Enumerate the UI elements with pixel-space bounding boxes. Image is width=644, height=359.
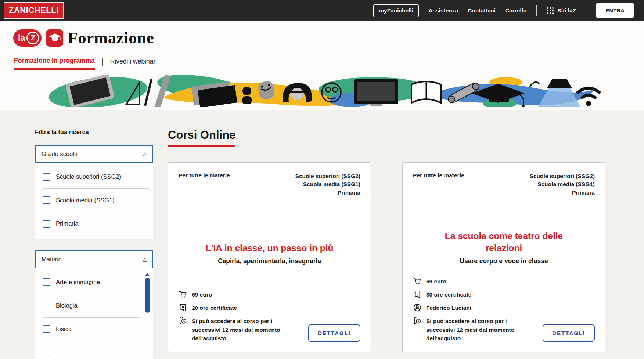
option-label: Biologia bbox=[56, 302, 78, 309]
price-row: 69 euro bbox=[413, 277, 595, 286]
option-label: Arte e immagine bbox=[56, 279, 100, 286]
nav-carrello[interactable]: Carrello bbox=[505, 7, 527, 14]
hours-row: 20 ore certificate bbox=[179, 304, 360, 312]
pencil-illustration bbox=[145, 79, 151, 106]
course-title[interactable]: La scuola come teatro delle relazioni bbox=[435, 230, 573, 254]
option-fisica[interactable]: Fisica bbox=[35, 318, 143, 341]
option-partial[interactable] bbox=[35, 341, 143, 359]
open-book-illustration bbox=[411, 81, 441, 103]
certificate-icon bbox=[179, 303, 187, 312]
main-panel: Corsi Online Per tutte le materie Scuole… bbox=[168, 128, 605, 357]
top-nav: myZanichelli Assistenza Contattaci Carre… bbox=[373, 3, 634, 18]
login-button[interactable]: ENTRA bbox=[596, 3, 634, 18]
filter-group-materie: Materie △ Arte e immagine Biologia Fisic… bbox=[35, 250, 153, 359]
instructor-value: Federico Luciani bbox=[426, 304, 471, 312]
nav-divider bbox=[586, 5, 586, 16]
content-area: Filtra la tua ricerca Grado scuola △ Scu… bbox=[0, 110, 644, 357]
decorative-banner-illustration bbox=[41, 72, 603, 107]
filter-group-grado-scuola: Grado scuola △ Scuole superiori (SSG2) S… bbox=[35, 145, 153, 239]
checkbox-scuole-superiori[interactable] bbox=[43, 173, 50, 181]
card-category: Per tutte le materie bbox=[413, 172, 464, 197]
siti-laz-label: Siti laZ bbox=[558, 7, 576, 14]
checkbox-scuola-media[interactable] bbox=[43, 196, 50, 204]
checkbox-primaria[interactable] bbox=[43, 220, 50, 228]
price-row: 69 euro bbox=[179, 290, 360, 299]
card-levels: Scuole superiori (SSG2) Scuola media (SS… bbox=[295, 172, 360, 197]
cart-icon bbox=[179, 290, 187, 299]
course-cards: Per tutte le materie Scuole superiori (S… bbox=[168, 162, 605, 352]
course-title[interactable]: L'IA in classe, un passo in più bbox=[179, 242, 360, 254]
option-label: Scuole superiori (SSG2) bbox=[56, 173, 121, 180]
card-category: Per tutte le materie bbox=[179, 172, 230, 197]
price-value: 69 euro bbox=[192, 290, 212, 299]
access-value: Si può accedere al corso per i successiv… bbox=[426, 317, 525, 342]
laz-z-badge: Z bbox=[26, 32, 39, 44]
scrollbar-up-arrow-icon[interactable] bbox=[145, 273, 150, 276]
laz-la-text: la bbox=[18, 33, 25, 43]
price-value: 69 euro bbox=[426, 277, 446, 286]
checkbox-biologia[interactable] bbox=[43, 302, 50, 309]
graduation-cap-icon bbox=[46, 29, 63, 47]
filters-sidebar: Filtra la tua ricerca Grado scuola △ Scu… bbox=[35, 128, 153, 357]
card-header: Per tutte le materie Scuole superiori (S… bbox=[179, 172, 360, 197]
materie-options: Arte e immagine Biologia Fisica bbox=[35, 268, 153, 359]
option-primaria[interactable]: Primaria bbox=[35, 212, 153, 235]
nav-assistenza[interactable]: Assistenza bbox=[428, 7, 458, 14]
course-card-ia-in-classe: Per tutte le materie Scuole superiori (S… bbox=[168, 162, 371, 352]
tabs: Formazione in programma Rivedi i webinar bbox=[14, 57, 644, 70]
laz-pill-logo: la Z bbox=[13, 29, 42, 47]
calendar-clock-icon bbox=[179, 316, 187, 325]
option-biologia[interactable]: Biologia bbox=[35, 294, 143, 317]
option-label: Fisica bbox=[56, 326, 72, 333]
card-level: Scuola media (SSG1) bbox=[295, 180, 360, 188]
card-level: Scuole superiori (SSG2) bbox=[530, 172, 595, 180]
person-icon bbox=[413, 303, 422, 312]
nav-divider bbox=[536, 5, 537, 16]
brand-logo[interactable]: la Z Formazione bbox=[13, 28, 644, 47]
option-label: Primaria bbox=[56, 220, 78, 227]
card-title-block: L'IA in classe, un passo in più Capirla,… bbox=[179, 207, 360, 265]
nav-contattaci[interactable]: Contattaci bbox=[468, 7, 496, 14]
details-button[interactable]: DETTAGLI bbox=[308, 324, 360, 342]
materie-header[interactable]: Materie △ bbox=[35, 250, 153, 268]
cart-icon bbox=[413, 277, 422, 286]
card-level: Scuole superiori (SSG2) bbox=[295, 172, 360, 180]
banner-band bbox=[0, 70, 644, 110]
materie-label: Materie bbox=[42, 256, 62, 263]
checkbox-partial[interactable] bbox=[43, 349, 50, 356]
collapse-triangle-icon: △ bbox=[143, 151, 147, 157]
scrollbar-thumb[interactable] bbox=[145, 278, 150, 313]
calendar-clock-icon bbox=[413, 316, 422, 325]
details-button[interactable]: DETTAGLI bbox=[543, 324, 595, 342]
page-title: Corsi Online bbox=[168, 128, 235, 147]
instructor-row: Federico Luciani bbox=[413, 304, 595, 312]
page-brand-title: Formazione bbox=[68, 28, 154, 47]
card-levels: Scuole superiori (SSG2) Scuola media (SS… bbox=[530, 172, 595, 197]
certificate-icon bbox=[413, 290, 422, 299]
materie-scrollbar[interactable] bbox=[145, 273, 150, 313]
option-scuola-media[interactable]: Scuola media (SSG1) bbox=[35, 189, 153, 212]
course-subtitle: Capirla, sperimentarla, insegnarla bbox=[179, 257, 360, 265]
nav-myzanichelli[interactable]: myZanichelli bbox=[373, 4, 419, 17]
option-label: Scuola media (SSG1) bbox=[56, 197, 115, 204]
grado-scuola-header[interactable]: Grado scuola △ bbox=[35, 145, 153, 163]
checkbox-fisica[interactable] bbox=[43, 325, 50, 333]
filters-title: Filtra la tua ricerca bbox=[35, 128, 153, 135]
tab-rivedi-i-webinar[interactable]: Rivedi i webinar bbox=[110, 58, 156, 69]
grid-apps-icon bbox=[546, 7, 554, 15]
option-scuole-superiori[interactable]: Scuole superiori (SSG2) bbox=[35, 165, 153, 188]
grado-scuola-options: Scuole superiori (SSG2) Scuola media (SS… bbox=[35, 163, 153, 239]
site-header: la Z Formazione Formazione in programma … bbox=[0, 21, 644, 70]
zanichelli-logo[interactable]: ZANICHELLI bbox=[4, 2, 64, 19]
option-arte-e-immagine[interactable]: Arte e immagine bbox=[35, 271, 143, 294]
card-level: Primaria bbox=[530, 189, 595, 197]
nav-siti-laz[interactable]: Siti laZ bbox=[546, 7, 576, 15]
access-value: Si può accedere al corso per i successiv… bbox=[192, 317, 290, 342]
hours-row: 30 ore certificate bbox=[413, 290, 595, 299]
checkbox-arte-e-immagine[interactable] bbox=[43, 278, 50, 286]
tab-formazione-in-programma[interactable]: Formazione in programma bbox=[14, 57, 95, 70]
monitor-illustration bbox=[354, 79, 398, 106]
course-card-scuola-teatro: Per tutte le materie Scuole superiori (S… bbox=[402, 162, 605, 352]
card-header: Per tutte le materie Scuole superiori (S… bbox=[413, 172, 595, 197]
tab-divider bbox=[102, 58, 103, 66]
